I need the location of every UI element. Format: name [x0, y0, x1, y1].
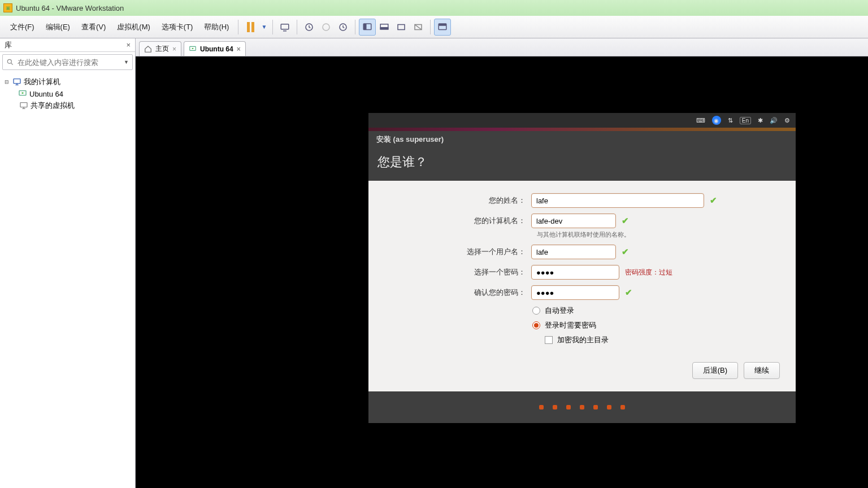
tab-ubuntu64[interactable]: Ubuntu 64 ×: [184, 41, 246, 56]
svg-rect-15: [14, 79, 20, 84]
svg-line-10: [415, 24, 422, 29]
view-console-button[interactable]: [359, 19, 376, 36]
separator: [297, 20, 297, 34]
library-tree: ⊟ 我的计算机 Ubuntu 64 共享的虚拟机: [0, 72, 135, 115]
installer-heading: 您是谁？: [377, 154, 787, 171]
home-icon: [144, 45, 152, 53]
vm-power-dropdown[interactable]: ▼: [259, 24, 269, 30]
checkbox-label: 加密我的主目录: [557, 335, 609, 345]
svg-rect-0: [281, 24, 289, 29]
bluetooth-icon[interactable]: ✱: [758, 117, 763, 124]
tree-label: Ubuntu 64: [29, 90, 63, 98]
revert-snapshot-button[interactable]: [318, 19, 335, 36]
installer-body: 您的姓名： ✔ 您的计算机名： ✔ 与其他计算机联络时使用的名称。 选择一个用户…: [368, 181, 796, 391]
vm-viewport[interactable]: ⌨ ◉ ⇅ En ✱ 🔊 ⚙ 安装 (as superuser) 您是谁？: [136, 56, 868, 488]
label-username: 选择一个用户名：: [384, 247, 526, 257]
search-input[interactable]: [18, 58, 124, 67]
tree-label: 共享的虚拟机: [31, 101, 75, 111]
back-button[interactable]: 后退(B): [692, 362, 738, 379]
view-unity-button[interactable]: [393, 19, 410, 36]
volume-icon[interactable]: 🔊: [770, 117, 778, 124]
tab-close-icon[interactable]: ×: [237, 45, 241, 53]
library-sidebar: 库 × ▼ ⊟ 我的计算机 Ubuntu 64 共享的虚拟机: [0, 38, 136, 488]
tab-close-icon[interactable]: ×: [172, 45, 176, 53]
send-ctrl-alt-del-button[interactable]: [276, 19, 293, 36]
menu-vm[interactable]: 虚拟机(M): [111, 20, 156, 34]
window-title: Ubuntu 64 - VMware Workstation: [16, 4, 124, 12]
search-icon: [6, 58, 14, 66]
sidebar-title: 库: [5, 40, 12, 50]
sidebar-search[interactable]: ▼: [2, 54, 133, 70]
menu-file[interactable]: 文件(F): [5, 20, 40, 34]
password-strength: 密码强度：过短: [625, 268, 672, 277]
search-dropdown-icon[interactable]: ▼: [124, 59, 129, 65]
installer-title: 安装 (as superuser): [376, 134, 444, 145]
installer-progress-dots: [368, 391, 796, 423]
snapshot-button[interactable]: [301, 19, 318, 36]
svg-rect-12: [439, 24, 447, 26]
menubar: 文件(F) 编辑(E) 查看(V) 虚拟机(M) 选项卡(T) 帮助(H) ▼: [0, 16, 868, 38]
progress-dot: [607, 405, 611, 409]
input-confirm[interactable]: [531, 285, 619, 300]
radio-auto-login[interactable]: 自动登录: [532, 306, 780, 316]
collapse-icon[interactable]: ⊟: [5, 79, 10, 85]
pause-button[interactable]: [242, 19, 259, 36]
network-icon[interactable]: ⇅: [728, 117, 733, 124]
separator: [355, 20, 355, 34]
progress-dot: [620, 405, 625, 409]
menu-help[interactable]: 帮助(H): [198, 20, 235, 34]
radio-checked-icon: [532, 321, 540, 329]
svg-line-14: [11, 63, 13, 65]
progress-dot: [593, 405, 598, 409]
radio-icon: [532, 307, 540, 315]
settings-gear-icon[interactable]: ⚙: [784, 117, 790, 124]
label-confirm: 确认您的密码：: [384, 287, 526, 298]
input-computer[interactable]: [531, 213, 616, 228]
menu-edit[interactable]: 编辑(E): [40, 20, 76, 34]
main-area: 主页 × Ubuntu 64 × ⌨ ◉ ⇅ En ✱ 🔊 ⚙: [136, 38, 868, 488]
sidebar-close-icon[interactable]: ×: [126, 41, 131, 49]
row-name: 您的姓名： ✔: [384, 193, 780, 208]
accessibility-icon[interactable]: ◉: [712, 116, 721, 125]
radio-require-password[interactable]: 登录时需要密码: [532, 320, 780, 330]
label-password: 选择一个密码：: [384, 267, 526, 277]
check-icon: ✔: [622, 247, 629, 257]
menu-tabs[interactable]: 选项卡(T): [156, 20, 199, 34]
language-indicator[interactable]: En: [740, 117, 751, 124]
svg-point-2: [323, 24, 329, 30]
svg-marker-20: [192, 47, 194, 49]
ubuntu-installer-window: ⌨ ◉ ⇅ En ✱ 🔊 ⚙ 安装 (as superuser) 您是谁？: [368, 113, 796, 423]
input-username[interactable]: [531, 245, 616, 259]
svg-rect-18: [20, 103, 27, 107]
view-thumbnail-button[interactable]: [434, 19, 451, 36]
input-name[interactable]: [531, 193, 704, 208]
check-icon: ✔: [622, 216, 629, 226]
sidebar-header: 库 ×: [0, 38, 135, 52]
svg-rect-5: [364, 24, 367, 30]
continue-button[interactable]: 继续: [744, 362, 780, 379]
vm-running-icon: [189, 45, 197, 53]
tab-strip: 主页 × Ubuntu 64 ×: [136, 38, 868, 56]
tree-shared-vms[interactable]: 共享的虚拟机: [2, 99, 133, 112]
snapshot-manager-button[interactable]: [335, 19, 351, 36]
checkbox-encrypt-home[interactable]: 加密我的主目录: [545, 335, 780, 345]
progress-dot: [580, 405, 584, 409]
view-fullscreen-button[interactable]: [376, 19, 393, 36]
menu-view[interactable]: 查看(V): [76, 20, 111, 34]
separator: [430, 20, 431, 34]
tree-label: 我的计算机: [24, 77, 60, 87]
view-stretch-button[interactable]: [410, 19, 427, 36]
input-password[interactable]: [531, 265, 619, 280]
installer-titlebar: 安装 (as superuser): [368, 131, 796, 148]
tab-home[interactable]: 主页 ×: [139, 41, 181, 56]
svg-rect-7: [381, 27, 389, 29]
label-computer: 您的计算机名：: [384, 216, 526, 226]
row-computer: 您的计算机名： ✔: [384, 213, 780, 228]
row-confirm: 确认您的密码： ✔: [384, 285, 780, 300]
row-username: 选择一个用户名： ✔: [384, 245, 780, 259]
tree-my-computer[interactable]: ⊟ 我的计算机: [2, 76, 133, 88]
radio-label: 自动登录: [545, 306, 574, 316]
tree-vm-ubuntu64[interactable]: Ubuntu 64: [2, 88, 133, 99]
app-icon: ▣: [3, 3, 12, 12]
keyboard-icon[interactable]: ⌨: [696, 117, 705, 124]
